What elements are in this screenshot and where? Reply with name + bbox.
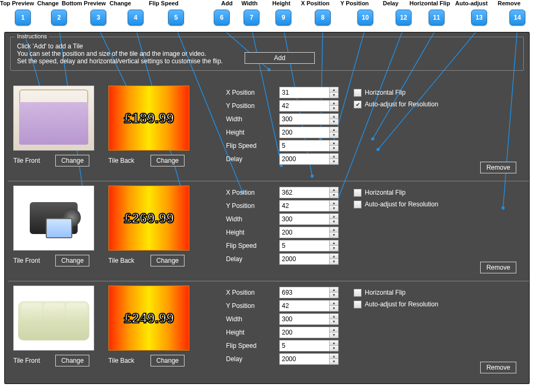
auto-adjust-checkbox[interactable] <box>354 301 362 308</box>
spinner-up-icon[interactable]: ▲ <box>330 87 338 93</box>
spinner-up-icon[interactable]: ▲ <box>330 154 338 160</box>
number-input[interactable]: ▲ ▼ <box>279 213 339 225</box>
number-input[interactable]: ▲ ▼ <box>279 327 339 338</box>
spinner-down-icon[interactable]: ▼ <box>330 206 338 211</box>
number-input[interactable]: ▲ ▼ <box>279 227 339 238</box>
number-value[interactable] <box>280 301 329 311</box>
spinner-up-icon[interactable]: ▲ <box>330 327 338 333</box>
change-back-button[interactable]: Change <box>150 155 185 166</box>
spinner-down-icon[interactable]: ▼ <box>330 106 338 111</box>
spinner-up-icon[interactable]: ▲ <box>330 201 338 206</box>
number-value[interactable] <box>280 187 329 198</box>
callout-number: 1 <box>15 10 31 26</box>
spinner-down-icon[interactable]: ▼ <box>330 132 338 138</box>
spinner-up-icon[interactable]: ▲ <box>330 287 338 293</box>
number-value[interactable] <box>280 327 329 338</box>
auto-adjust-checkbox[interactable]: ✔ <box>354 101 362 109</box>
change-back-button[interactable]: Change <box>150 255 185 266</box>
spinner-down-icon[interactable]: ▼ <box>330 219 338 224</box>
callout-number: 11 <box>429 10 445 26</box>
tile-checks: Horizontal Flip Auto-adjust for Resoluti… <box>354 187 438 210</box>
horizontal-flip-checkbox[interactable] <box>354 89 362 97</box>
spinner-down-icon[interactable]: ▼ <box>330 146 338 151</box>
spinner-up-icon[interactable]: ▲ <box>330 140 338 146</box>
number-input[interactable]: ▲ ▼ <box>279 253 339 265</box>
number-value[interactable] <box>280 227 329 238</box>
spinner-up-icon[interactable]: ▲ <box>330 214 338 220</box>
spinner-up-icon[interactable]: ▲ <box>330 240 338 246</box>
change-back-button[interactable]: Change <box>150 355 185 366</box>
number-value[interactable] <box>280 354 329 364</box>
spinner-down-icon[interactable]: ▼ <box>330 232 338 238</box>
spinner-up-icon[interactable]: ▲ <box>330 127 338 133</box>
add-button[interactable]: Add <box>245 52 315 64</box>
number-value[interactable] <box>280 114 329 124</box>
number-value[interactable] <box>280 254 329 264</box>
spinner-down-icon[interactable]: ▼ <box>330 346 338 351</box>
spinner-down-icon[interactable]: ▼ <box>330 193 338 198</box>
number-input[interactable]: ▲ ▼ <box>279 240 339 252</box>
change-front-button[interactable]: Change <box>55 255 89 266</box>
number-input[interactable]: ▲ ▼ <box>279 113 339 125</box>
tile-fields: X Position ▲ ▼ Y Position ▲ ▼ Width ▲ ▼ <box>226 286 339 365</box>
spinner-down-icon[interactable]: ▼ <box>330 93 338 98</box>
number-input[interactable]: ▲ ▼ <box>279 313 339 325</box>
number-value[interactable] <box>280 287 329 298</box>
spinner-down-icon[interactable]: ▼ <box>330 332 338 338</box>
number-value[interactable] <box>280 140 329 151</box>
callout-label: Auto-adjust <box>455 0 488 6</box>
spinner-down-icon[interactable]: ▼ <box>330 246 338 251</box>
change-front-button[interactable]: Change <box>55 155 89 166</box>
remove-button[interactable]: Remove <box>480 362 516 373</box>
remove-button[interactable]: Remove <box>480 162 516 173</box>
number-input[interactable]: ▲ ▼ <box>279 300 339 312</box>
spinner-up-icon[interactable]: ▲ <box>330 354 338 360</box>
number-value[interactable] <box>280 201 329 211</box>
number-input[interactable]: ▲ ▼ <box>279 200 339 212</box>
remove-button[interactable]: Remove <box>480 262 516 273</box>
number-input[interactable]: ▲ ▼ <box>279 100 339 112</box>
spinner-down-icon[interactable]: ▼ <box>330 319 338 324</box>
number-input[interactable]: ▲ ▼ <box>279 287 339 298</box>
number-input[interactable]: ▲ ▼ <box>279 87 339 98</box>
spinner-up-icon[interactable]: ▲ <box>330 114 338 120</box>
tiles-scroll[interactable]: £189.99 Tile Front Change Tile Back Chan… <box>8 81 529 379</box>
number-value[interactable] <box>280 214 329 224</box>
number-input[interactable]: ▲ ▼ <box>279 127 339 138</box>
spinner-up-icon[interactable]: ▲ <box>330 254 338 260</box>
number-value[interactable] <box>280 314 329 324</box>
horizontal-flip-checkbox[interactable] <box>354 189 362 197</box>
callout-label: Width <box>241 0 257 6</box>
spinner-up-icon[interactable]: ▲ <box>330 227 338 233</box>
spinner-up-icon[interactable]: ▲ <box>330 101 338 106</box>
spinner-down-icon[interactable]: ▼ <box>330 259 338 264</box>
number-value[interactable] <box>280 240 329 251</box>
spinner-down-icon[interactable]: ▼ <box>330 306 338 311</box>
change-front-button[interactable]: Change <box>55 355 89 366</box>
number-input[interactable]: ▲ ▼ <box>279 353 339 365</box>
horizontal-flip-checkbox[interactable] <box>354 289 362 297</box>
spinner-up-icon[interactable]: ▲ <box>330 301 338 306</box>
number-input[interactable]: ▲ ▼ <box>279 140 339 152</box>
number-value[interactable] <box>280 87 329 98</box>
instructions-line: Click 'Add' to add a Tile <box>17 43 517 50</box>
spinner-up-icon[interactable]: ▲ <box>330 340 338 346</box>
instructions-legend: Instructions <box>15 33 49 39</box>
spinner-up-icon[interactable]: ▲ <box>330 187 338 193</box>
spinner-down-icon[interactable]: ▼ <box>330 159 338 164</box>
spinner-down-icon[interactable]: ▼ <box>330 359 338 364</box>
number-value[interactable] <box>280 154 329 164</box>
spinner-down-icon[interactable]: ▼ <box>330 119 338 124</box>
number-input[interactable]: ▲ ▼ <box>279 187 339 198</box>
spinner-down-icon[interactable]: ▼ <box>330 293 338 298</box>
number-value[interactable] <box>280 127 329 138</box>
field-label: Y Position <box>226 302 279 310</box>
number-value[interactable] <box>280 101 329 111</box>
number-input[interactable]: ▲ ▼ <box>279 153 339 165</box>
spinner-up-icon[interactable]: ▲ <box>330 314 338 320</box>
number-value[interactable] <box>280 340 329 351</box>
number-input[interactable]: ▲ ▼ <box>279 340 339 352</box>
auto-adjust-checkbox[interactable] <box>354 201 362 208</box>
callout-number: 2 <box>51 10 67 26</box>
price-text: £249.99 <box>109 286 189 350</box>
